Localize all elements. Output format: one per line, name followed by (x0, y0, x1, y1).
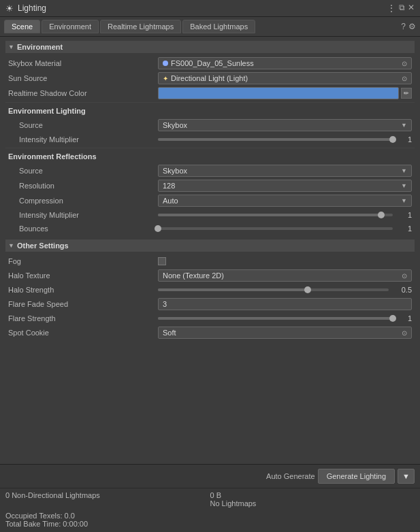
window-icon: ☀ (5, 3, 14, 14)
generate-lighting-button[interactable]: Generate Lighting (318, 469, 395, 484)
skybox-dot-icon (163, 61, 168, 66)
sun-icon: ✦ (163, 75, 168, 82)
stats-bottom: Occupied Texels: 0.0 Total Bake Time: 0:… (0, 510, 420, 532)
stats-row: 0 Non-Directional Lightmaps 0 B No Light… (0, 488, 420, 510)
environment-section-title: Environment (17, 43, 63, 51)
spot-cookie-pick-icon[interactable]: ⊙ (402, 329, 407, 337)
occupied-texels: Occupied Texels: 0.0 (5, 512, 415, 520)
env-reflections-intensity-label: Intensity Multiplier (8, 211, 158, 219)
env-reflections-intensity-value: 1 (395, 211, 412, 219)
env-reflections-resolution-arrow: ▼ (401, 182, 407, 189)
no-lightmaps: No Lightmaps (210, 499, 415, 508)
fog-row: Fog (5, 254, 415, 268)
lightmaps-count: 0 Non-Directional Lightmaps (5, 491, 210, 499)
env-reflections-resolution-value: 128 (163, 182, 175, 190)
generate-row: Auto Generate Generate Lighting ▼ (0, 465, 420, 488)
env-reflections-bounces-slider[interactable]: 1 (158, 225, 412, 233)
env-lighting-label: Environment Lighting (8, 107, 158, 115)
title-bar: ☀ Lighting ⋮ ⧉ ✕ (0, 0, 420, 17)
env-reflections-compression-arrow: ▼ (401, 197, 407, 204)
env-lighting-source-value: Skybox (163, 121, 187, 129)
env-lighting-source-label: Source (8, 121, 158, 129)
flare-strength-value: 1 (395, 314, 412, 322)
env-reflections-compression-dropdown[interactable]: Auto ▼ (158, 195, 412, 207)
tab-scene[interactable]: Scene (4, 20, 40, 33)
sun-source-row: Sun Source ✦ Directional Light (Light) ⊙ (5, 71, 415, 86)
env-reflections-compression-row: Compression Auto ▼ (5, 193, 415, 208)
skybox-material-value: FS000_Day_05_Sunless (171, 59, 254, 67)
sun-source-value: Directional Light (Light) (171, 74, 248, 82)
halo-strength-label: Halo Strength (8, 286, 158, 294)
halo-texture-row: Halo Texture None (Texture 2D) ⊙ (5, 268, 415, 283)
tab-realtime-lightmaps[interactable]: Realtime Lightmaps (100, 20, 181, 33)
shadow-color-row: Realtime Shadow Color ✏ (5, 86, 415, 101)
sun-source-label: Sun Source (8, 74, 158, 82)
spot-cookie-field[interactable]: Soft ⊙ (158, 327, 412, 339)
environment-collapse-arrow: ▼ (8, 44, 14, 50)
env-reflections-compression-label: Compression (8, 197, 158, 205)
env-lighting-header-row: Environment Lighting (5, 104, 415, 118)
env-lighting-source-arrow: ▼ (401, 122, 407, 129)
other-settings-section-title: Other Settings (17, 242, 69, 250)
other-settings-collapse-arrow: ▼ (8, 242, 14, 249)
env-reflections-source-label: Source (8, 167, 158, 175)
bottom-bar: Auto Generate Generate Lighting ▼ 0 Non-… (0, 464, 420, 532)
env-reflections-resolution-dropdown[interactable]: 128 ▼ (158, 180, 412, 192)
sun-pick-icon[interactable]: ⊙ (402, 75, 407, 82)
environment-section-header[interactable]: ▼ Environment (5, 41, 415, 53)
env-lighting-intensity-slider[interactable]: 1 (158, 135, 412, 144)
env-lighting-intensity-row: Intensity Multiplier 1 (5, 133, 415, 146)
generate-dropdown-button[interactable]: ▼ (398, 469, 415, 484)
flare-strength-label: Flare Strength (8, 314, 158, 322)
env-reflections-label: Environment Reflections (8, 152, 158, 161)
env-reflections-intensity-slider[interactable]: 1 (158, 211, 412, 219)
halo-strength-row: Halo Strength 0.5 (5, 283, 415, 297)
tabs-row: Scene Environment Realtime Lightmaps Bak… (0, 17, 420, 37)
fog-checkbox[interactable] (158, 257, 166, 265)
halo-texture-value: None (Texture 2D) (163, 271, 224, 280)
restore-icon[interactable]: ⧉ (399, 3, 405, 14)
flare-strength-row: Flare Strength 1 (5, 312, 415, 325)
env-lighting-intensity-value: 1 (395, 135, 412, 144)
color-pick-icon[interactable]: ✏ (401, 88, 412, 99)
skybox-material-row: Skybox Material FS000_Day_05_Sunless ⊙ (5, 56, 415, 71)
flare-fade-value: 3 (163, 300, 167, 308)
skybox-material-field[interactable]: FS000_Day_05_Sunless ⊙ (158, 57, 412, 69)
env-reflections-source-arrow: ▼ (401, 167, 407, 174)
env-reflections-source-row: Source Skybox ▼ (5, 163, 415, 178)
tab-environment[interactable]: Environment (42, 20, 99, 33)
total-bake-time: Total Bake Time: 0:00:00 (5, 520, 415, 528)
env-lighting-source-row: Source Skybox ▼ (5, 118, 415, 133)
spot-cookie-row: Spot Cookie Soft ⊙ (5, 325, 415, 340)
lightmaps-size: 0 B (210, 491, 415, 499)
env-reflections-bounces-label: Bounces (8, 225, 158, 233)
help-icon[interactable]: ? (401, 22, 406, 31)
tab-baked-lightmaps[interactable]: Baked Lightmaps (182, 20, 255, 33)
skybox-pick-icon[interactable]: ⊙ (402, 60, 407, 67)
halo-strength-slider[interactable]: 0.5 (158, 286, 412, 294)
settings-icon[interactable]: ⚙ (408, 22, 416, 31)
skybox-material-label: Skybox Material (8, 59, 158, 67)
flare-fade-field[interactable]: 3 (158, 298, 412, 310)
env-lighting-source-dropdown[interactable]: Skybox ▼ (158, 119, 412, 131)
halo-texture-label: Halo Texture (8, 271, 158, 280)
main-content: ▼ Environment Skybox Material FS000_Day_… (0, 37, 420, 473)
other-settings-section-header[interactable]: ▼ Other Settings (5, 239, 415, 252)
shadow-color-field[interactable] (158, 87, 399, 99)
window-title: Lighting (18, 3, 46, 13)
env-reflections-source-dropdown[interactable]: Skybox ▼ (158, 165, 412, 177)
flare-fade-label: Flare Fade Speed (8, 300, 158, 308)
title-controls: ⋮ ⧉ ✕ (387, 3, 415, 14)
close-icon[interactable]: ✕ (408, 3, 415, 14)
env-reflections-resolution-row: Resolution 128 ▼ (5, 178, 415, 193)
halo-texture-pick-icon[interactable]: ⊙ (402, 272, 407, 280)
halo-texture-field[interactable]: None (Texture 2D) ⊙ (158, 269, 412, 282)
shadow-color-label: Realtime Shadow Color (8, 89, 158, 97)
env-reflections-intensity-row: Intensity Multiplier 1 (5, 208, 415, 222)
spot-cookie-value: Soft (163, 329, 176, 337)
sun-source-field[interactable]: ✦ Directional Light (Light) ⊙ (158, 72, 412, 84)
env-lighting-intensity-label: Intensity Multiplier (8, 135, 158, 144)
flare-strength-slider[interactable]: 1 (158, 314, 412, 322)
env-reflections-resolution-label: Resolution (8, 182, 158, 190)
menu-icon[interactable]: ⋮ (387, 3, 396, 14)
